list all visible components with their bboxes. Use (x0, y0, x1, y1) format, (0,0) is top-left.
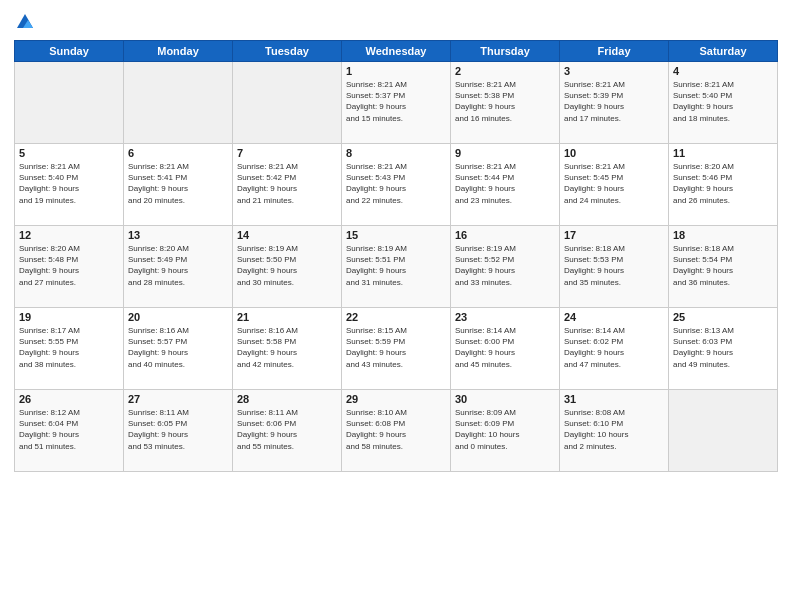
calendar-cell: 8Sunrise: 8:21 AM Sunset: 5:43 PM Daylig… (342, 144, 451, 226)
calendar-week-row: 12Sunrise: 8:20 AM Sunset: 5:48 PM Dayli… (15, 226, 778, 308)
calendar-cell: 1Sunrise: 8:21 AM Sunset: 5:37 PM Daylig… (342, 62, 451, 144)
day-number: 20 (128, 311, 228, 323)
calendar-cell: 12Sunrise: 8:20 AM Sunset: 5:48 PM Dayli… (15, 226, 124, 308)
day-info: Sunrise: 8:17 AM Sunset: 5:55 PM Dayligh… (19, 325, 119, 370)
calendar-cell: 2Sunrise: 8:21 AM Sunset: 5:38 PM Daylig… (451, 62, 560, 144)
day-info: Sunrise: 8:21 AM Sunset: 5:39 PM Dayligh… (564, 79, 664, 124)
calendar-cell: 6Sunrise: 8:21 AM Sunset: 5:41 PM Daylig… (124, 144, 233, 226)
calendar-cell: 11Sunrise: 8:20 AM Sunset: 5:46 PM Dayli… (669, 144, 778, 226)
day-info: Sunrise: 8:19 AM Sunset: 5:50 PM Dayligh… (237, 243, 337, 288)
weekday-header: Sunday (15, 41, 124, 62)
day-info: Sunrise: 8:19 AM Sunset: 5:52 PM Dayligh… (455, 243, 555, 288)
day-number: 5 (19, 147, 119, 159)
calendar-cell: 13Sunrise: 8:20 AM Sunset: 5:49 PM Dayli… (124, 226, 233, 308)
day-number: 29 (346, 393, 446, 405)
day-number: 22 (346, 311, 446, 323)
day-info: Sunrise: 8:16 AM Sunset: 5:58 PM Dayligh… (237, 325, 337, 370)
day-info: Sunrise: 8:14 AM Sunset: 6:00 PM Dayligh… (455, 325, 555, 370)
day-info: Sunrise: 8:18 AM Sunset: 5:54 PM Dayligh… (673, 243, 773, 288)
day-number: 17 (564, 229, 664, 241)
calendar-cell (233, 62, 342, 144)
day-number: 27 (128, 393, 228, 405)
day-info: Sunrise: 8:09 AM Sunset: 6:09 PM Dayligh… (455, 407, 555, 452)
day-info: Sunrise: 8:12 AM Sunset: 6:04 PM Dayligh… (19, 407, 119, 452)
day-info: Sunrise: 8:16 AM Sunset: 5:57 PM Dayligh… (128, 325, 228, 370)
weekday-header: Monday (124, 41, 233, 62)
day-info: Sunrise: 8:21 AM Sunset: 5:43 PM Dayligh… (346, 161, 446, 206)
day-info: Sunrise: 8:21 AM Sunset: 5:45 PM Dayligh… (564, 161, 664, 206)
calendar-cell: 17Sunrise: 8:18 AM Sunset: 5:53 PM Dayli… (560, 226, 669, 308)
logo-icon (15, 12, 35, 32)
calendar-cell: 22Sunrise: 8:15 AM Sunset: 5:59 PM Dayli… (342, 308, 451, 390)
day-number: 12 (19, 229, 119, 241)
day-number: 9 (455, 147, 555, 159)
day-number: 14 (237, 229, 337, 241)
calendar-cell: 27Sunrise: 8:11 AM Sunset: 6:05 PM Dayli… (124, 390, 233, 472)
calendar-week-row: 1Sunrise: 8:21 AM Sunset: 5:37 PM Daylig… (15, 62, 778, 144)
calendar-cell: 5Sunrise: 8:21 AM Sunset: 5:40 PM Daylig… (15, 144, 124, 226)
day-number: 3 (564, 65, 664, 77)
day-number: 19 (19, 311, 119, 323)
day-number: 11 (673, 147, 773, 159)
calendar-cell: 20Sunrise: 8:16 AM Sunset: 5:57 PM Dayli… (124, 308, 233, 390)
day-number: 23 (455, 311, 555, 323)
day-number: 8 (346, 147, 446, 159)
page-container: SundayMondayTuesdayWednesdayThursdayFrid… (0, 0, 792, 612)
day-info: Sunrise: 8:11 AM Sunset: 6:05 PM Dayligh… (128, 407, 228, 452)
calendar-cell: 3Sunrise: 8:21 AM Sunset: 5:39 PM Daylig… (560, 62, 669, 144)
day-info: Sunrise: 8:18 AM Sunset: 5:53 PM Dayligh… (564, 243, 664, 288)
weekday-header: Wednesday (342, 41, 451, 62)
day-number: 24 (564, 311, 664, 323)
day-number: 25 (673, 311, 773, 323)
day-number: 6 (128, 147, 228, 159)
weekday-header: Saturday (669, 41, 778, 62)
calendar-cell: 29Sunrise: 8:10 AM Sunset: 6:08 PM Dayli… (342, 390, 451, 472)
calendar-cell: 21Sunrise: 8:16 AM Sunset: 5:58 PM Dayli… (233, 308, 342, 390)
day-info: Sunrise: 8:21 AM Sunset: 5:40 PM Dayligh… (673, 79, 773, 124)
header (14, 12, 778, 32)
day-info: Sunrise: 8:11 AM Sunset: 6:06 PM Dayligh… (237, 407, 337, 452)
day-number: 2 (455, 65, 555, 77)
day-info: Sunrise: 8:21 AM Sunset: 5:42 PM Dayligh… (237, 161, 337, 206)
day-number: 10 (564, 147, 664, 159)
calendar-cell: 25Sunrise: 8:13 AM Sunset: 6:03 PM Dayli… (669, 308, 778, 390)
calendar-cell: 4Sunrise: 8:21 AM Sunset: 5:40 PM Daylig… (669, 62, 778, 144)
day-info: Sunrise: 8:21 AM Sunset: 5:44 PM Dayligh… (455, 161, 555, 206)
logo-block (14, 12, 35, 32)
day-number: 18 (673, 229, 773, 241)
calendar-cell (15, 62, 124, 144)
calendar-cell: 18Sunrise: 8:18 AM Sunset: 5:54 PM Dayli… (669, 226, 778, 308)
calendar-cell: 26Sunrise: 8:12 AM Sunset: 6:04 PM Dayli… (15, 390, 124, 472)
calendar-cell: 23Sunrise: 8:14 AM Sunset: 6:00 PM Dayli… (451, 308, 560, 390)
day-info: Sunrise: 8:20 AM Sunset: 5:48 PM Dayligh… (19, 243, 119, 288)
day-info: Sunrise: 8:21 AM Sunset: 5:41 PM Dayligh… (128, 161, 228, 206)
day-info: Sunrise: 8:21 AM Sunset: 5:40 PM Dayligh… (19, 161, 119, 206)
calendar-cell: 31Sunrise: 8:08 AM Sunset: 6:10 PM Dayli… (560, 390, 669, 472)
day-number: 16 (455, 229, 555, 241)
day-info: Sunrise: 8:21 AM Sunset: 5:37 PM Dayligh… (346, 79, 446, 124)
day-number: 7 (237, 147, 337, 159)
day-info: Sunrise: 8:20 AM Sunset: 5:49 PM Dayligh… (128, 243, 228, 288)
calendar-cell: 19Sunrise: 8:17 AM Sunset: 5:55 PM Dayli… (15, 308, 124, 390)
weekday-header: Tuesday (233, 41, 342, 62)
calendar-cell: 28Sunrise: 8:11 AM Sunset: 6:06 PM Dayli… (233, 390, 342, 472)
day-number: 15 (346, 229, 446, 241)
day-info: Sunrise: 8:19 AM Sunset: 5:51 PM Dayligh… (346, 243, 446, 288)
day-number: 1 (346, 65, 446, 77)
calendar-week-row: 5Sunrise: 8:21 AM Sunset: 5:40 PM Daylig… (15, 144, 778, 226)
logo (14, 12, 35, 32)
day-number: 28 (237, 393, 337, 405)
calendar-cell: 24Sunrise: 8:14 AM Sunset: 6:02 PM Dayli… (560, 308, 669, 390)
weekday-header: Thursday (451, 41, 560, 62)
weekday-header: Friday (560, 41, 669, 62)
calendar-cell: 10Sunrise: 8:21 AM Sunset: 5:45 PM Dayli… (560, 144, 669, 226)
day-info: Sunrise: 8:14 AM Sunset: 6:02 PM Dayligh… (564, 325, 664, 370)
day-number: 26 (19, 393, 119, 405)
day-number: 30 (455, 393, 555, 405)
calendar-table: SundayMondayTuesdayWednesdayThursdayFrid… (14, 40, 778, 472)
day-number: 4 (673, 65, 773, 77)
day-info: Sunrise: 8:10 AM Sunset: 6:08 PM Dayligh… (346, 407, 446, 452)
calendar-cell: 7Sunrise: 8:21 AM Sunset: 5:42 PM Daylig… (233, 144, 342, 226)
day-info: Sunrise: 8:21 AM Sunset: 5:38 PM Dayligh… (455, 79, 555, 124)
day-info: Sunrise: 8:15 AM Sunset: 5:59 PM Dayligh… (346, 325, 446, 370)
